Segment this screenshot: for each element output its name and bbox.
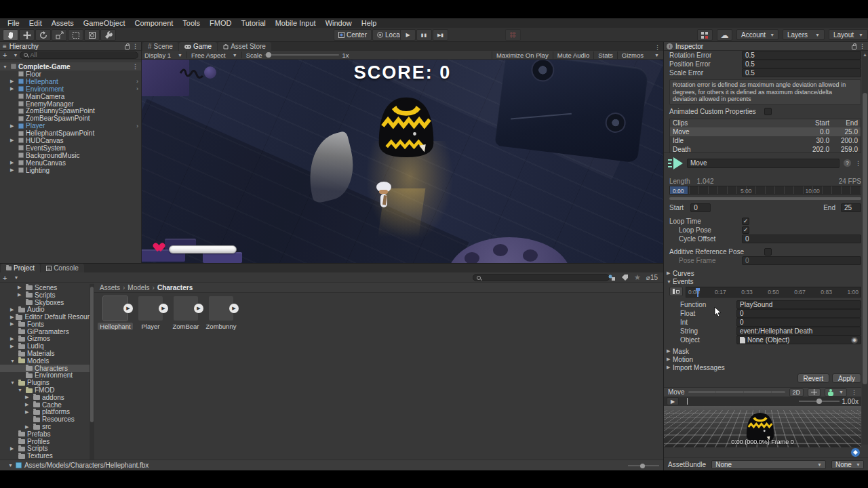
fold-arrow[interactable]: ▶: [10, 446, 16, 451]
folder-tree-item[interactable]: Skyboxes: [0, 299, 90, 306]
start-frame-field[interactable]: 0: [690, 203, 711, 212]
event-value-field[interactable]: 0 ◉: [736, 309, 861, 318]
step-button[interactable]: ▶▮: [433, 29, 448, 41]
expand-play-icon[interactable]: ▶: [229, 304, 239, 313]
loop-pose-checkbox[interactable]: ✓: [742, 226, 749, 234]
folder-tree-item[interactable]: Textures: [0, 452, 90, 460]
custom-tool-icon[interactable]: [100, 29, 116, 41]
fold-arrow[interactable]: ▶: [25, 424, 31, 430]
search-by-label-icon[interactable]: [621, 274, 629, 281]
hierarchy-item[interactable]: ZomBunnySpawnPoint ›: [0, 107, 141, 115]
asset-tile[interactable]: ▶ Player: [133, 296, 168, 330]
event-value-field[interactable]: PlaySound ◉: [736, 300, 861, 309]
fold-arrow[interactable]: ▶: [10, 123, 16, 129]
tab-project[interactable]: Project: [1, 264, 40, 272]
motion-foldout[interactable]: ▶Motion: [664, 355, 861, 363]
tree-scrollbar[interactable]: [90, 284, 94, 460]
asset-tile[interactable]: ▶ Zombunny: [203, 296, 239, 330]
tab-game[interactable]: Game: [179, 42, 217, 51]
asset-labels-button[interactable]: [851, 448, 860, 457]
folder-tree-item[interactable]: Materials: [0, 350, 90, 357]
kebab-menu-icon[interactable]: ⋮: [132, 63, 138, 70]
hierarchy-item[interactable]: BackgroundMusic ›: [0, 152, 141, 159]
menu-item[interactable]: FMOD: [205, 18, 236, 28]
event-marker[interactable]: [697, 288, 698, 297]
folder-tree-item[interactable]: ▼ FMOD: [0, 386, 90, 394]
menu-item[interactable]: Tutorial: [236, 18, 270, 28]
folder-tree-item[interactable]: ▶ Scripts: [0, 291, 90, 299]
fold-arrow[interactable]: ▶: [10, 336, 16, 342]
folder-tree-item[interactable]: ▼ Plugins: [0, 379, 90, 386]
preview-scrub-head[interactable]: [687, 398, 688, 405]
game-toolbar-button[interactable]: Mute Audio: [553, 52, 594, 59]
assetbundle-dropdown[interactable]: None▼: [711, 460, 826, 469]
asset-tile[interactable]: ▶ Hellephant: [98, 296, 133, 330]
animated-custom-checkbox[interactable]: [764, 108, 772, 115]
menu-item[interactable]: Component: [130, 18, 178, 28]
folder-tree-item[interactable]: Resources: [0, 415, 90, 423]
menu-item[interactable]: Assets: [47, 18, 79, 28]
create-caret-icon[interactable]: ▼: [13, 53, 18, 58]
kebab-menu-icon[interactable]: ⋮: [855, 160, 861, 167]
help-icon[interactable]: ?: [844, 159, 851, 167]
breadcrumb-models[interactable]: Models: [127, 284, 149, 291]
object-picker-icon[interactable]: ◉: [851, 337, 858, 344]
folder-tree-item[interactable]: Profiles: [0, 438, 90, 445]
fold-arrow[interactable]: ▶: [10, 321, 16, 327]
scale-tool-icon[interactable]: [52, 29, 67, 41]
import-messages-foldout[interactable]: ▶Import Messages: [664, 363, 861, 371]
lock-icon[interactable]: [852, 45, 856, 49]
asset-thumbnail[interactable]: ▶: [138, 296, 163, 321]
rotate-tool-icon[interactable]: [35, 29, 51, 41]
folder-tree-item[interactable]: ▶ Cache: [0, 401, 90, 409]
clip-row[interactable]: Move 0.0 25.0: [670, 127, 861, 136]
fold-open-icon[interactable]: ▼: [3, 64, 9, 69]
rect-tool-icon[interactable]: [68, 29, 83, 41]
hierarchy-item[interactable]: EventSystem ›: [0, 144, 141, 152]
preview-avatar-selector[interactable]: ▼: [825, 388, 847, 396]
hierarchy-item[interactable]: MainCamera ›: [0, 93, 141, 100]
game-toolbar-button[interactable]: Stats: [593, 52, 617, 59]
game-toolbar-button[interactable]: Maximize On Play: [492, 52, 553, 59]
fold-arrow[interactable]: ▼: [18, 388, 24, 392]
assetbundle-variant-dropdown[interactable]: None▼: [831, 460, 864, 469]
fold-arrow[interactable]: ▶: [10, 86, 16, 92]
clip-name-field[interactable]: Move: [687, 159, 840, 168]
folder-tree-item[interactable]: ▶ Scenes: [0, 284, 90, 291]
preview-2d-toggle[interactable]: 2D: [789, 388, 804, 396]
game-viewport[interactable]: SCORE: 0: [142, 60, 663, 263]
end-frame-field[interactable]: 25: [841, 203, 861, 212]
kebab-menu-icon[interactable]: ⋮: [851, 389, 857, 396]
tab-console[interactable]: Console: [41, 264, 84, 272]
loop-time-checkbox[interactable]: ✓: [742, 218, 749, 225]
display-dropdown[interactable]: Display 1: [144, 52, 171, 59]
hierarchy-item[interactable]: Floor ›: [0, 70, 141, 78]
fold-arrow[interactable]: ▶: [10, 314, 14, 320]
folder-tree-item[interactable]: ▶ platforms: [0, 409, 90, 416]
animation-preview-viewport[interactable]: 0:00 (000.0%) Frame 0: [664, 406, 861, 447]
event-value-field[interactable]: 0 ◉: [736, 318, 861, 327]
expand-play-icon[interactable]: ▶: [159, 304, 168, 313]
fold-arrow[interactable]: ▶: [10, 344, 16, 349]
events-foldout[interactable]: ▼Events: [664, 277, 861, 285]
revert-button[interactable]: Revert: [797, 373, 829, 383]
move-tool-icon[interactable]: [19, 29, 35, 41]
hierarchy-item[interactable]: EnemyManager ›: [0, 100, 141, 108]
preview-play-button[interactable]: ▶: [667, 397, 679, 405]
footer-caret-icon[interactable]: ▼: [8, 463, 13, 468]
folder-tree-item[interactable]: Characters: [0, 365, 90, 372]
menu-item[interactable]: Tools: [178, 18, 205, 28]
fold-arrow[interactable]: ▶: [18, 285, 24, 290]
hierarchy-search[interactable]: [20, 52, 138, 59]
asset-thumbnail[interactable]: ▶: [174, 296, 198, 321]
chevron-right-icon[interactable]: ›: [136, 78, 138, 85]
transform-tool-icon[interactable]: [84, 29, 100, 41]
asset-tile[interactable]: ▶ ZomBear: [168, 296, 203, 330]
hidden-packages-count[interactable]: ⌀15: [646, 274, 658, 281]
fold-arrow[interactable]: ▶: [10, 138, 16, 143]
folder-tree-item[interactable]: ▶ Editor Default Resources: [0, 313, 90, 321]
chevron-right-icon[interactable]: ›: [136, 85, 138, 92]
inspector-scrollbar[interactable]: ▲: [862, 51, 868, 445]
fold-arrow[interactable]: ▶: [18, 292, 24, 298]
preview-drag-handle[interactable]: [688, 391, 785, 393]
